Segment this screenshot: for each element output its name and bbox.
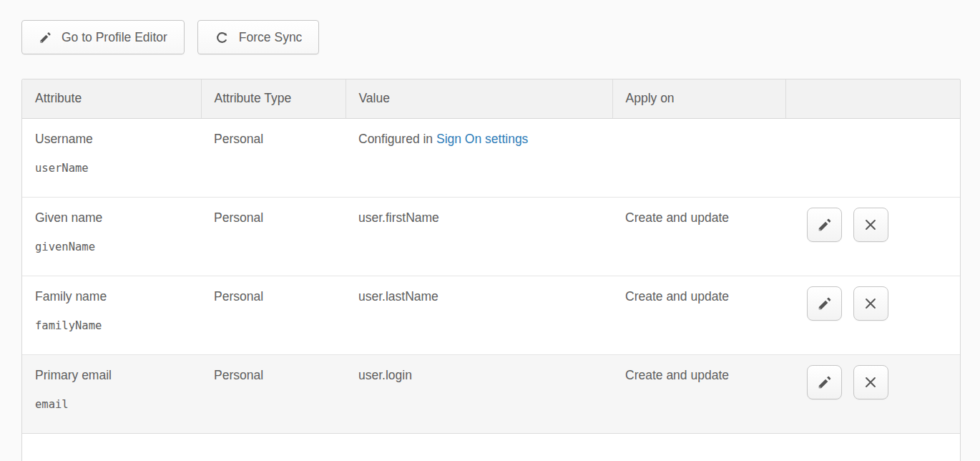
table-row: Username userName Personal Configured in…	[22, 118, 960, 197]
edit-mapping-button[interactable]	[807, 208, 842, 242]
go-to-profile-editor-button[interactable]: Go to Profile Editor	[21, 20, 185, 54]
apply-on-value: Create and update	[625, 210, 729, 225]
attribute-variable: userName	[35, 162, 194, 175]
attribute-cell: Username userName	[22, 118, 201, 197]
actions-cell	[785, 118, 960, 197]
attribute-type-value: Personal	[214, 210, 263, 225]
column-header-value: Value	[346, 79, 612, 118]
mapping-value: user.lastName	[358, 289, 438, 304]
column-header-attribute: Attribute	[22, 79, 201, 118]
attribute-type-cell: Personal	[201, 118, 346, 197]
attribute-variable: givenName	[35, 241, 194, 253]
value-cell: user.lastName	[346, 276, 612, 354]
apply-on-cell: Create and update	[612, 276, 785, 354]
table-header-row: Attribute Attribute Type Value Apply on	[22, 79, 960, 118]
pencil-icon	[817, 296, 833, 311]
x-icon	[863, 296, 878, 311]
attribute-type-value: Personal	[214, 289, 263, 304]
column-header-attribute-type: Attribute Type	[201, 79, 346, 118]
attribute-label: Family name	[35, 289, 194, 304]
delete-mapping-button[interactable]	[853, 208, 888, 242]
value-cell: user.firstName	[346, 197, 612, 276]
actions-cell	[785, 197, 960, 276]
pencil-icon	[817, 217, 833, 233]
apply-on-cell: Create and update	[612, 354, 785, 433]
attribute-mappings-table: Attribute Attribute Type Value Apply on …	[21, 79, 961, 461]
go-to-profile-editor-label: Go to Profile Editor	[62, 30, 167, 45]
attribute-label: Username	[35, 132, 194, 147]
attribute-type-value: Personal	[214, 132, 263, 146]
attribute-cell: Family name familyName	[22, 276, 201, 354]
attribute-label: Given name	[35, 210, 194, 225]
column-header-actions	[785, 79, 960, 118]
attribute-type-cell: Personal	[201, 197, 346, 276]
apply-on-value: Create and update	[625, 368, 729, 382]
value-cell: Configured in Sign On settings	[346, 118, 612, 197]
attribute-variable: familyName	[35, 319, 194, 332]
table-row: Given name givenName Personal user.first…	[22, 197, 960, 276]
partial-row-cell	[22, 433, 960, 461]
apply-on-cell: Create and update	[612, 197, 785, 276]
attribute-label: Primary email	[35, 368, 194, 383]
attribute-type-cell: Personal	[201, 276, 346, 354]
attribute-variable: email	[35, 398, 194, 411]
pencil-icon	[817, 374, 833, 390]
table-row-partial	[22, 433, 960, 461]
delete-mapping-button[interactable]	[853, 365, 888, 399]
edit-mapping-button[interactable]	[807, 286, 842, 321]
mapping-value: Configured in	[358, 132, 436, 146]
force-sync-label: Force Sync	[239, 30, 303, 45]
actions-cell	[785, 354, 960, 433]
apply-on-cell	[612, 118, 785, 197]
attribute-type-cell: Personal	[201, 354, 346, 433]
column-header-apply-on: Apply on	[612, 79, 785, 118]
refresh-icon	[215, 30, 230, 45]
mapping-value: user.firstName	[358, 210, 439, 225]
apply-on-value: Create and update	[625, 289, 729, 304]
attribute-cell: Primary email email	[22, 354, 201, 433]
sign-on-settings-link[interactable]: Sign On settings	[436, 132, 528, 146]
attribute-type-value: Personal	[214, 368, 263, 382]
delete-mapping-button[interactable]	[853, 286, 888, 321]
pencil-icon	[39, 31, 52, 44]
force-sync-button[interactable]: Force Sync	[197, 20, 320, 54]
value-cell: user.login	[346, 354, 612, 433]
table-row: Primary email email Personal user.login …	[22, 354, 960, 433]
edit-mapping-button[interactable]	[807, 365, 842, 399]
x-icon	[863, 217, 878, 233]
toolbar: Go to Profile Editor Force Sync	[21, 20, 980, 54]
attribute-cell: Given name givenName	[22, 197, 201, 276]
table-row: Family name familyName Personal user.las…	[22, 276, 960, 354]
mapping-value: user.login	[358, 368, 412, 382]
x-icon	[863, 374, 878, 390]
actions-cell	[785, 276, 960, 354]
